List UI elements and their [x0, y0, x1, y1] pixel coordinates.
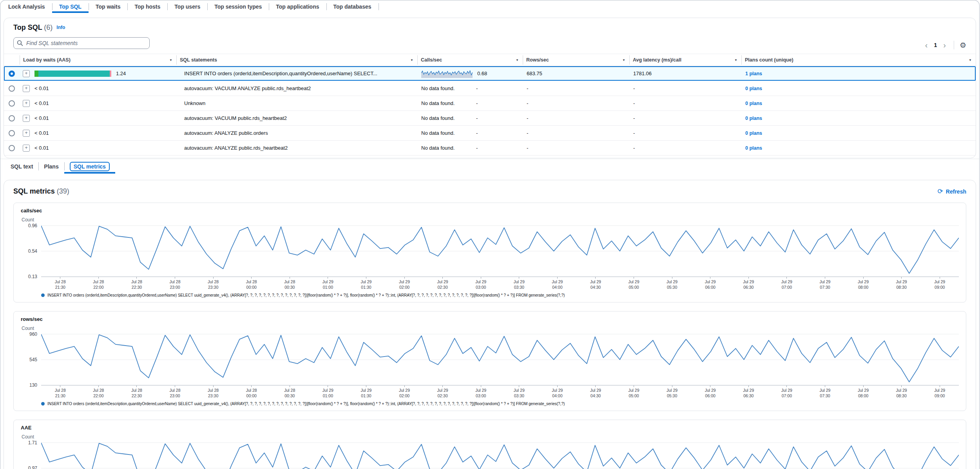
row-radio-selected[interactable]	[9, 71, 15, 77]
plans-count-link[interactable]: 0 plans	[745, 86, 762, 91]
tab-plans[interactable]: Plans	[38, 159, 64, 174]
tab-top-hosts[interactable]: Top hosts	[127, 0, 167, 13]
tab-lock-analysis[interactable]: Lock Analysis	[1, 0, 52, 13]
rows-sec-value: -	[523, 115, 629, 121]
table-row[interactable]: +< 0.01 autovacuum: VACUUM public.rds_he…	[4, 111, 976, 126]
info-link[interactable]: Info	[56, 25, 65, 30]
top-sql-title: Top SQL (6)Info	[13, 24, 65, 32]
column-header-rows: Rows/sec▼	[523, 55, 629, 65]
sql-statement-link[interactable]: autovacuum: VACUUM ANALYZE public.rds_he…	[180, 85, 311, 91]
calls-value: -	[476, 115, 478, 121]
no-data-text: No data found.	[421, 145, 476, 151]
series-color-dot	[41, 293, 45, 297]
rows-sec-value: -	[523, 130, 629, 136]
x-axis-labels: Jul 2821:30Jul 2822:00Jul 2822:30Jul 282…	[41, 277, 959, 290]
expand-row-icon[interactable]: +	[23, 70, 30, 77]
table-row[interactable]: +< 0.01 autovacuum: VACUUM ANALYZE publi…	[4, 81, 976, 96]
bar-segment-pink	[110, 71, 111, 77]
search-input[interactable]	[13, 37, 150, 49]
load-value: < 0.01	[34, 100, 49, 106]
plans-count-link[interactable]: 1 plans	[745, 71, 762, 76]
expand-row-icon[interactable]: +	[23, 115, 30, 122]
no-data-text: No data found.	[421, 115, 476, 121]
tab-top-databases[interactable]: Top databases	[326, 0, 379, 13]
tab-top-users[interactable]: Top users	[167, 0, 207, 13]
calls-sparkline	[421, 69, 473, 78]
expand-row-icon[interactable]: +	[23, 145, 30, 152]
column-header-latency: Avg latency (ms)/call▼	[629, 55, 741, 65]
expand-row-icon[interactable]: +	[23, 85, 30, 92]
chart-y-axis-label: Count	[22, 434, 959, 440]
chart-plot-area	[41, 334, 959, 386]
top-tab-bar: Lock Analysis Top SQL Top waits Top host…	[0, 0, 979, 13]
previous-page-button[interactable]: ‹	[923, 41, 930, 49]
plans-count-link[interactable]: 0 plans	[745, 130, 762, 136]
chart-calls-per-sec: calls/sec Count 0.960.540.13 Jul 2821:30…	[13, 203, 966, 302]
sql-statement-link[interactable]: autovacuum: VACUUM public.rds_heartbeat2	[180, 115, 287, 121]
chart-rows-per-sec: rows/sec Count 960545130 Jul 2821:30Jul …	[13, 311, 966, 411]
plans-count-link[interactable]: 0 plans	[745, 116, 762, 121]
filter-caret-icon[interactable]: ▼	[734, 58, 738, 63]
column-header-calls: Calls/sec▼	[417, 55, 523, 65]
expand-row-icon[interactable]: +	[23, 130, 30, 137]
chart-legend: INSERT INTO orders (orderId,itemDescript…	[41, 402, 959, 406]
filter-caret-icon[interactable]: ▼	[621, 58, 626, 63]
table-row[interactable]: +< 0.01 Unknown No data found.- - - 0 pl…	[4, 96, 976, 111]
row-radio[interactable]	[9, 130, 15, 136]
row-radio[interactable]	[9, 100, 15, 107]
row-radio[interactable]	[9, 115, 15, 121]
tab-top-applications[interactable]: Top applications	[269, 0, 326, 13]
performance-insights-page: Lock Analysis Top SQL Top waits Top host…	[0, 0, 980, 469]
table-header-row: Load by waits (AAS)▼ SQL statements▼ Cal…	[4, 54, 976, 66]
top-sql-table: Load by waits (AAS)▼ SQL statements▼ Cal…	[4, 54, 976, 156]
filter-caret-icon[interactable]: ▼	[409, 58, 414, 63]
chart-plot-area	[41, 225, 959, 277]
sql-statement-link[interactable]: autovacuum: ANALYZE public.orders	[180, 130, 268, 136]
filter-caret-icon[interactable]: ▼	[968, 58, 973, 63]
settings-gear-icon[interactable]: ⚙	[960, 42, 966, 49]
sql-search	[13, 37, 150, 49]
table-row[interactable]: + 1.24 INSERT INTO orders (orderId,itemD…	[4, 66, 976, 81]
tab-top-sql[interactable]: Top SQL	[52, 0, 89, 13]
filter-caret-icon[interactable]: ▼	[515, 58, 520, 63]
no-data-text: No data found.	[421, 100, 476, 106]
calls-value: 0.68	[477, 71, 487, 76]
filter-caret-icon[interactable]: ▼	[168, 58, 173, 63]
table-utilities: ‹ 1 › ⚙	[923, 41, 966, 49]
sql-metrics-panel: SQL metrics (39) ⟳Refresh calls/sec Coun…	[4, 180, 976, 469]
top-sql-count: (6)	[44, 24, 53, 31]
expand-row-icon[interactable]: +	[23, 100, 30, 107]
legend-text: INSERT INTO orders (orderId,itemDescript…	[47, 293, 565, 297]
tab-sql-metrics[interactable]: SQL metrics	[64, 159, 115, 174]
sql-statement-link[interactable]: Unknown	[180, 100, 205, 106]
tab-top-waits[interactable]: Top waits	[89, 0, 128, 13]
refresh-icon: ⟳	[938, 188, 943, 195]
tab-top-session-types[interactable]: Top session types	[207, 0, 269, 13]
tab-sql-text[interactable]: SQL text	[5, 159, 38, 174]
chart-y-axis-label: Count	[22, 326, 959, 331]
detail-tab-bar: SQL text Plans SQL metrics	[0, 159, 979, 174]
column-header-load: Load by waits (AAS)▼	[20, 55, 176, 65]
table-row[interactable]: +< 0.01 autovacuum: ANALYZE public.order…	[4, 126, 976, 141]
row-radio[interactable]	[9, 145, 15, 151]
refresh-button[interactable]: ⟳Refresh	[938, 188, 966, 195]
row-radio[interactable]	[9, 85, 15, 92]
sql-statement-link[interactable]: autovacuum: ANALYZE public.rds_heartbeat…	[180, 145, 288, 151]
x-axis-labels: Jul 2821:30Jul 2822:00Jul 2822:30Jul 282…	[41, 386, 959, 399]
load-value: 1.24	[116, 71, 126, 76]
calls-value: -	[476, 100, 478, 106]
plans-count-link[interactable]: 0 plans	[745, 145, 762, 151]
current-page-number[interactable]: 1	[932, 42, 938, 48]
next-page-button[interactable]: ›	[941, 41, 948, 49]
series-color-dot	[41, 402, 45, 406]
legend-text: INSERT INTO orders (orderId,itemDescript…	[47, 402, 565, 406]
bar-segment-green	[34, 71, 38, 77]
plans-count-link[interactable]: 0 plans	[745, 101, 762, 106]
latency-value: 1781.06	[629, 71, 741, 76]
load-value: < 0.01	[34, 130, 49, 136]
table-row[interactable]: +< 0.01 autovacuum: ANALYZE public.rds_h…	[4, 141, 976, 156]
search-icon	[17, 40, 23, 46]
y-axis-ticks: 960545130	[21, 334, 41, 386]
sql-statement-link[interactable]: INSERT INTO orders (orderId,itemDescript…	[180, 71, 377, 76]
load-value: < 0.01	[34, 85, 49, 91]
